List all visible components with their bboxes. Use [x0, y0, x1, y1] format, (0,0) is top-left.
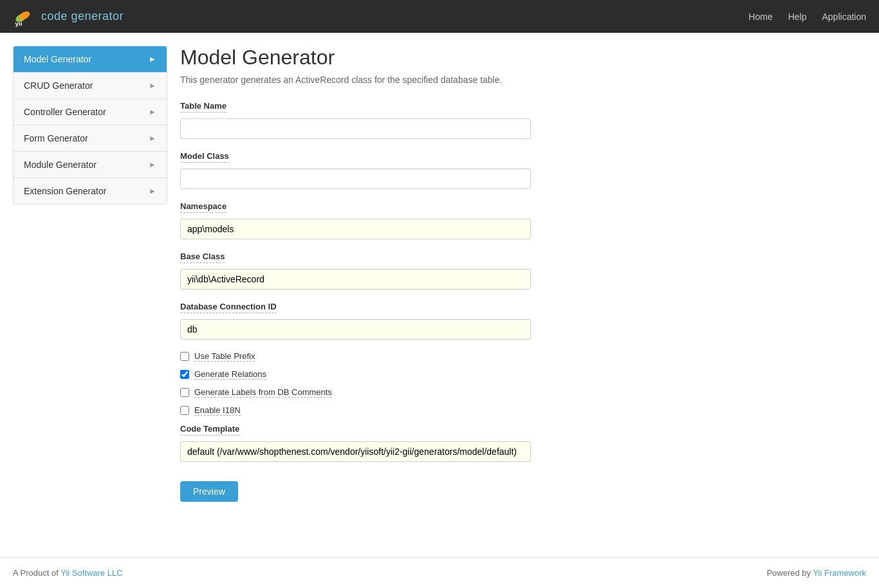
generate-labels-group: Generate Labels from DB Comments: [180, 387, 866, 398]
chevron-right-icon: ►: [149, 81, 156, 90]
page-description: This generator generates an ActiveRecord…: [180, 75, 866, 85]
chevron-right-icon: ►: [149, 107, 156, 116]
navbar: yii code generator Home Help Application: [0, 0, 879, 33]
sidebar-item-label: CRUD Generator: [24, 80, 93, 91]
model-class-label: Model Class: [180, 151, 229, 163]
enable-i18n-group: Enable I18N: [180, 405, 866, 416]
page-title: Model Generator: [180, 46, 866, 69]
sidebar-item-crud-generator[interactable]: CRUD Generator ►: [14, 73, 167, 99]
sidebar-item-label: Module Generator: [24, 160, 97, 170]
sidebar-item-extension-generator[interactable]: Extension Generator ►: [14, 178, 167, 204]
chevron-right-icon: ►: [149, 160, 156, 169]
namespace-label: Namespace: [180, 201, 227, 213]
db-connection-group: Database Connection ID: [180, 301, 866, 340]
base-class-group: Base Class: [180, 251, 866, 289]
navbar-nav: Home Help Application: [748, 12, 866, 22]
base-class-input[interactable]: [180, 269, 531, 289]
db-connection-label: Database Connection ID: [180, 302, 277, 313]
code-template-label: Code Template: [180, 424, 239, 436]
generate-labels-label[interactable]: Generate Labels from DB Comments: [194, 387, 332, 398]
navbar-brand-text: code generator: [41, 10, 124, 23]
preview-button[interactable]: Preview: [180, 481, 238, 502]
enable-i18n-label[interactable]: Enable I18N: [194, 405, 241, 416]
sidebar-item-label: Model Generator: [24, 54, 91, 64]
yii-logo-icon: yii: [13, 5, 36, 28]
namespace-input[interactable]: [180, 219, 531, 239]
footer: A Product of Yii Software LLC Powered by…: [0, 557, 879, 588]
generate-relations-checkbox[interactable]: [180, 370, 189, 379]
chevron-right-icon: ►: [149, 134, 156, 143]
chevron-right-icon: ►: [149, 55, 156, 64]
footer-right: Powered by Yii Framework: [766, 568, 866, 578]
table-name-label: Table Name: [180, 101, 227, 113]
sidebar-item-label: Form Generator: [24, 133, 88, 143]
generate-relations-group: Generate Relations: [180, 369, 866, 380]
svg-text:yii: yii: [15, 20, 23, 27]
model-class-input[interactable]: [180, 169, 531, 189]
generate-relations-label[interactable]: Generate Relations: [194, 369, 266, 380]
code-template-group: Code Template: [180, 423, 866, 462]
sidebar-item-label: Controller Generator: [24, 107, 106, 117]
use-table-prefix-label[interactable]: Use Table Prefix: [194, 351, 255, 362]
sidebar: Model Generator ► CRUD Generator ► Contr…: [13, 46, 167, 205]
sidebar-item-form-generator[interactable]: Form Generator ►: [14, 125, 167, 152]
footer-left: A Product of Yii Software LLC: [13, 568, 123, 578]
db-connection-input[interactable]: [180, 319, 531, 340]
nav-help[interactable]: Help: [788, 12, 807, 22]
use-table-prefix-checkbox[interactable]: [180, 352, 189, 361]
brand: yii code generator: [13, 5, 124, 28]
sidebar-item-label: Extension Generator: [24, 186, 106, 196]
nav-home[interactable]: Home: [748, 12, 772, 22]
base-class-label: Base Class: [180, 252, 225, 263]
footer-right-link[interactable]: Yii Framework: [813, 568, 866, 578]
table-name-input[interactable]: [180, 118, 531, 139]
footer-left-text: A Product of: [13, 568, 60, 578]
main-container: Model Generator ► CRUD Generator ► Contr…: [0, 33, 879, 557]
nav-application[interactable]: Application: [822, 12, 867, 22]
code-template-input[interactable]: [180, 441, 531, 462]
chevron-right-icon: ►: [149, 187, 156, 196]
use-table-prefix-group: Use Table Prefix: [180, 351, 866, 362]
enable-i18n-checkbox[interactable]: [180, 406, 189, 415]
generate-labels-checkbox[interactable]: [180, 388, 189, 397]
content-area: Model Generator This generator generates…: [180, 46, 866, 502]
namespace-group: Namespace: [180, 201, 866, 239]
footer-left-link[interactable]: Yii Software LLC: [60, 568, 122, 578]
sidebar-item-module-generator[interactable]: Module Generator ►: [14, 152, 167, 178]
model-class-group: Model Class: [180, 151, 866, 189]
table-name-group: Table Name: [180, 100, 866, 139]
footer-right-text: Powered by: [766, 568, 813, 578]
sidebar-item-model-generator[interactable]: Model Generator ►: [14, 46, 167, 73]
sidebar-item-controller-generator[interactable]: Controller Generator ►: [14, 99, 167, 125]
